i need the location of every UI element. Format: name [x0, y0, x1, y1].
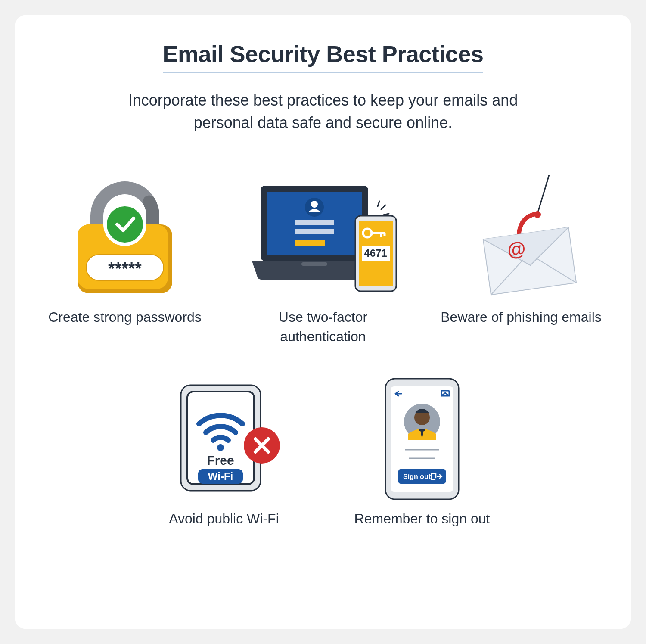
practice-caption: Use two-factor authentication [241, 308, 405, 346]
practice-caption: Avoid public Wi-Fi [169, 509, 279, 529]
two-factor-code-text: 4671 [364, 247, 387, 259]
phishing-icon: @ [457, 175, 586, 300]
svg-line-15 [378, 201, 379, 206]
signout-phone-icon: Sign out [375, 376, 469, 501]
infographic-card: Email Security Best Practices Incorporat… [15, 15, 631, 629]
svg-rect-10 [295, 220, 334, 225]
practice-item-passwords: ***** Create strong passwords [43, 175, 207, 346]
sign-out-button-text: Sign out [403, 473, 431, 480]
page-subtitle: Incorporate these best practices to keep… [97, 89, 549, 134]
practice-caption: Beware of phishing emails [441, 308, 602, 327]
svg-rect-7 [301, 262, 327, 266]
svg-rect-12 [295, 240, 325, 246]
wifi-label-text: Wi-Fi [208, 470, 233, 482]
practice-item-signout: Sign out Remember to sign out [340, 376, 504, 529]
practice-caption: Remember to sign out [354, 509, 490, 529]
svg-point-9 [311, 201, 318, 208]
svg-point-28 [217, 444, 224, 451]
svg-rect-11 [295, 229, 334, 234]
wifi-sign-icon: Free Wi-Fi [159, 376, 289, 501]
svg-rect-38 [419, 429, 425, 431]
svg-line-23 [537, 175, 549, 214]
practice-item-phishing: @ Beware of phishing emails [439, 175, 603, 346]
practice-item-wifi: Free Wi-Fi Avoid public Wi-Fi [142, 376, 306, 529]
practices-grid: ***** Create strong passwords [40, 175, 606, 528]
password-mask-text: ***** [108, 259, 142, 278]
svg-point-24 [534, 211, 541, 218]
page-title: Email Security Best Practices [163, 40, 484, 73]
at-symbol-text: @ [506, 237, 527, 261]
padlock-icon: ***** [69, 175, 181, 300]
svg-line-14 [383, 214, 389, 215]
svg-line-13 [381, 205, 385, 209]
practice-item-2fa: 4671 Use two-factor authentication [241, 175, 405, 346]
wifi-free-text: Free [207, 453, 234, 467]
practice-caption: Create strong passwords [48, 308, 202, 327]
laptop-2fa-icon: 4671 [243, 175, 403, 300]
